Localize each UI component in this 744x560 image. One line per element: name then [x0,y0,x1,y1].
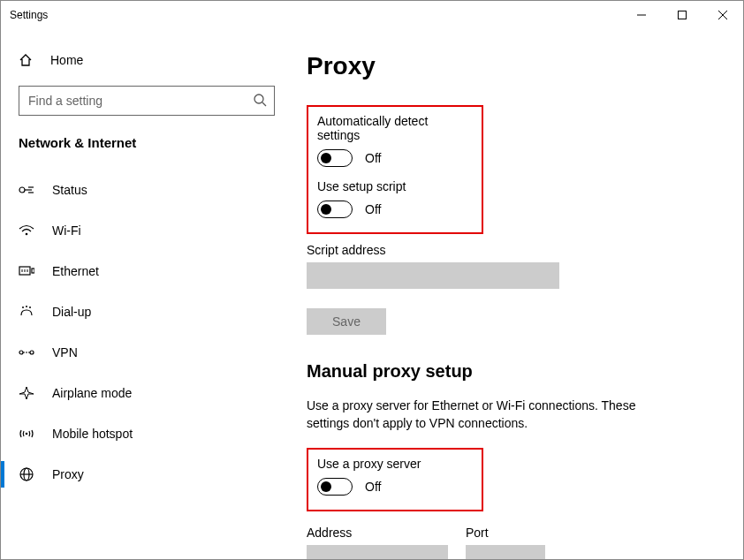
sidebar-item-status[interactable]: Status [19,170,282,210]
svg-rect-12 [32,269,34,273]
dialup-icon [19,306,40,318]
highlight-use-proxy: Use a proxy server Off [307,448,483,511]
window-controls [621,1,743,29]
sidebar-item-wifi[interactable]: Wi-Fi [19,210,282,251]
auto-detect-state: Off [365,151,381,165]
address-port-row: Address Port [307,520,718,559]
auto-detect-toggle[interactable] [317,149,353,167]
svg-point-20 [30,351,34,354]
svg-point-17 [26,306,27,307]
manual-setup-description: Use a proxy server for Ethernet or Wi-Fi… [307,397,678,432]
ethernet-icon [19,265,40,277]
highlight-auto-setup: Automatically detect settings Off Use se… [307,105,483,234]
titlebar: Settings [1,1,743,29]
vpn-icon [19,346,40,359]
setup-script-label: Use setup script [317,179,473,193]
proxy-icon [19,467,40,481]
sidebar-item-label: Ethernet [52,264,99,278]
use-proxy-toggle[interactable] [317,478,353,496]
sidebar-item-label: Dial-up [52,305,91,319]
content-area: Proxy Automatically detect settings Off … [282,29,743,559]
svg-point-22 [26,433,28,435]
window-body: Home Network & Internet Status Wi-Fi [1,29,743,559]
close-icon [718,11,727,19]
sidebar-item-label: VPN [52,345,78,359]
minimize-icon [637,11,646,19]
manual-setup-heading: Manual proxy setup [307,361,718,382]
use-proxy-state: Off [365,480,381,494]
setup-script-state: Off [365,202,381,216]
search-icon [253,93,267,110]
close-button[interactable] [702,1,743,29]
home-label: Home [50,53,83,67]
maximize-button[interactable] [662,1,702,29]
status-icon [19,184,40,196]
maximize-icon [678,11,687,19]
script-address-input [307,262,559,289]
svg-point-19 [19,351,23,354]
use-proxy-toggle-row: Off [317,478,473,496]
setup-script-toggle-row: Off [317,201,473,218]
svg-line-5 [262,102,266,106]
search-input[interactable] [27,93,253,109]
wifi-icon [19,224,40,237]
sidebar-item-label: Status [52,183,87,197]
sidebar: Home Network & Internet Status Wi-Fi [1,29,282,559]
sidebar-item-hotspot[interactable]: Mobile hotspot [19,413,282,454]
settings-window: Settings Home [0,0,744,560]
port-input [466,545,545,559]
svg-point-4 [254,95,263,103]
sidebar-item-label: Proxy [52,467,84,481]
minimize-button[interactable] [621,1,662,29]
port-label: Port [466,526,545,540]
setup-script-toggle[interactable] [317,201,353,218]
auto-detect-label: Automatically detect settings [317,114,473,142]
sidebar-item-label: Airplane mode [52,386,132,400]
page-title: Proxy [307,52,718,80]
sidebar-item-proxy[interactable]: Proxy [19,454,282,495]
save-button: Save [307,308,386,335]
sidebar-item-label: Mobile hotspot [52,427,133,441]
auto-detect-toggle-row: Off [317,149,473,167]
window-title: Settings [10,9,621,21]
sidebar-item-airplane[interactable]: Airplane mode [19,373,282,413]
sidebar-item-label: Wi-Fi [52,223,81,238]
search-box[interactable] [19,86,275,116]
hotspot-icon [19,428,40,440]
script-address-label: Script address [307,243,718,257]
sidebar-item-dialup[interactable]: Dial-up [19,291,282,332]
category-heading: Network & Internet [19,135,282,150]
address-input [307,545,448,559]
svg-point-6 [19,187,25,193]
sidebar-item-vpn[interactable]: VPN [19,332,282,373]
sidebar-item-ethernet[interactable]: Ethernet [19,251,282,291]
svg-point-18 [29,306,31,308]
address-label: Address [307,526,448,540]
home-icon [19,53,40,67]
svg-point-10 [26,233,28,236]
svg-point-16 [22,306,24,308]
home-link[interactable]: Home [19,42,282,79]
airplane-icon [19,386,40,400]
svg-rect-1 [679,11,687,19]
use-proxy-label: Use a proxy server [317,457,473,471]
